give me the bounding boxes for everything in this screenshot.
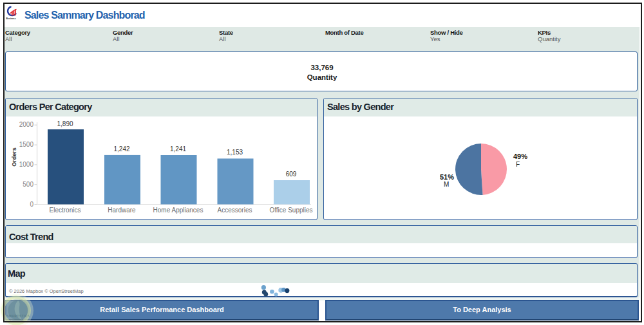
svg-text:2000: 2000 [19, 121, 34, 128]
svg-text:F: F [516, 161, 520, 168]
svg-text:1000: 1000 [19, 161, 34, 168]
svg-text:Electronics: Electronics [50, 207, 81, 214]
svg-text:49%: 49% [513, 153, 527, 160]
svg-text:Office Supplies: Office Supplies [269, 207, 312, 214]
svg-text:1,890: 1,890 [57, 120, 73, 127]
svg-text:1,242: 1,242 [113, 145, 129, 153]
svg-text:0: 0 [30, 201, 33, 208]
svg-text:1,241: 1,241 [170, 145, 186, 153]
svg-text:Orders: Orders [11, 147, 17, 167]
svg-text:1500: 1500 [19, 141, 34, 148]
svg-text:Hardware: Hardware [108, 207, 136, 214]
svg-text:M: M [444, 181, 449, 188]
svg-text:SMARTSTICS: SMARTSTICS [6, 314, 30, 318]
svg-text:1,153: 1,153 [227, 149, 243, 156]
svg-text:Business: Business [6, 17, 16, 20]
svg-text:609: 609 [286, 171, 297, 178]
svg-text:51%: 51% [440, 173, 454, 181]
svg-text:Accessories: Accessories [218, 207, 252, 214]
svg-text:Home Appliances: Home Appliances [153, 207, 204, 214]
svg-text:500: 500 [23, 181, 33, 188]
